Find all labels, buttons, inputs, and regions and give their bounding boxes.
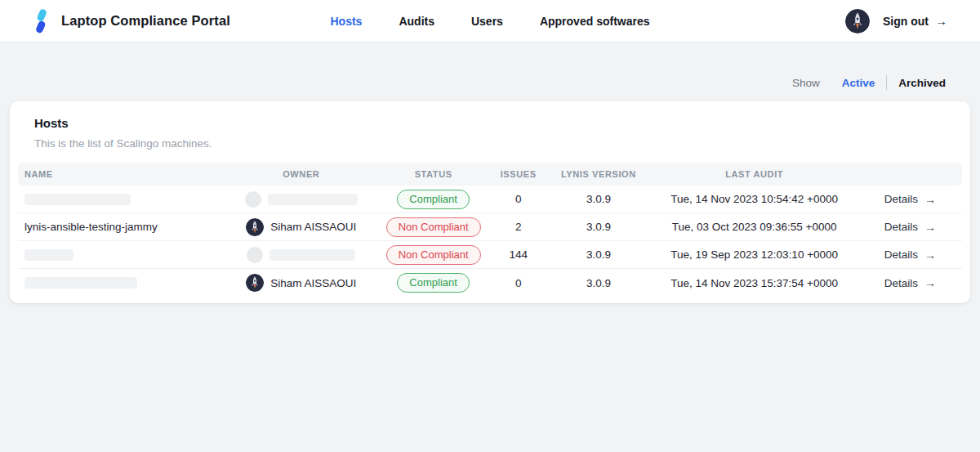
rocket-avatar-icon xyxy=(246,274,264,292)
header-owner: Owner xyxy=(225,169,376,179)
last-audit-cell: Tue, 14 Nov 2023 10:54:42 +0000 xyxy=(651,193,858,205)
issues-cell: 144 xyxy=(490,248,546,261)
nav-item-approved-softwares[interactable]: Approved softwares xyxy=(540,15,650,28)
top-navbar: Laptop Compliance Portal Hosts Audits Us… xyxy=(0,0,980,43)
host-name: lynis-ansible-testing-jammy xyxy=(24,221,158,233)
table-row: Siham AISSAOUI Compliant 0 3.0.9 Tue, 14… xyxy=(18,269,962,297)
last-audit-cell: Tue, 03 Oct 2023 09:36:55 +0000 xyxy=(651,221,858,233)
status-cell: Non Compliant xyxy=(376,245,490,265)
redacted-avatar-placeholder xyxy=(245,191,261,208)
table-row: Non Compliant 144 3.0.9 Tue, 19 Sep 2023… xyxy=(18,241,962,269)
page-subtitle: This is the list of Scalingo machines. xyxy=(34,137,946,150)
details-link[interactable]: Details → xyxy=(884,221,936,234)
table-header-row: Name Owner Status Issues Lynis version L… xyxy=(18,163,962,186)
details-link[interactable]: Details → xyxy=(884,276,936,289)
sign-out-button[interactable]: Sign out → xyxy=(883,14,947,28)
redacted-name-placeholder xyxy=(24,194,131,205)
nav-item-users[interactable]: Users xyxy=(471,15,503,28)
main-nav: Hosts Audits Users Approved softwares xyxy=(331,15,650,28)
filter-option-active[interactable]: Active xyxy=(842,77,875,89)
redacted-owner-placeholder xyxy=(268,194,358,205)
status-cell: Compliant xyxy=(376,190,490,209)
status-badge: Compliant xyxy=(397,190,470,209)
hosts-card-header: Hosts This is the list of Scalingo machi… xyxy=(10,116,970,163)
header-name: Name xyxy=(18,169,225,179)
app-title: Laptop Compliance Portal xyxy=(61,13,230,29)
lynis-version-cell: 3.0.9 xyxy=(546,277,650,289)
details-label: Details xyxy=(884,193,918,205)
details-cell: Details → xyxy=(858,276,962,289)
details-cell: Details → xyxy=(858,221,962,234)
issues-cell: 0 xyxy=(490,193,546,205)
sign-out-label: Sign out xyxy=(883,15,929,28)
header-status: Status xyxy=(376,169,490,179)
filter-option-archived[interactable]: Archived xyxy=(898,77,946,89)
issues-cell: 2 xyxy=(490,221,546,233)
owner-name: Siham AISSAOUI xyxy=(270,277,356,289)
details-cell: Details → xyxy=(858,193,962,206)
host-name-cell xyxy=(18,249,225,261)
details-label: Details xyxy=(884,277,918,289)
status-cell: Compliant xyxy=(376,273,490,293)
status-cell: Non Compliant xyxy=(376,217,490,237)
status-badge: Compliant xyxy=(397,273,470,293)
lynis-version-cell: 3.0.9 xyxy=(546,248,650,261)
arrow-right-icon: → xyxy=(924,193,936,206)
details-label: Details xyxy=(884,221,918,233)
owner-avatar xyxy=(246,274,264,292)
owner-cell xyxy=(225,247,376,263)
user-avatar[interactable] xyxy=(845,9,870,34)
last-audit-cell: Tue, 19 Sep 2023 12:03:10 +0000 xyxy=(651,248,858,261)
last-audit-cell: Tue, 14 Nov 2023 15:37:54 +0000 xyxy=(651,277,858,289)
host-name-cell xyxy=(18,277,225,289)
show-filter: Show Active Archived xyxy=(0,74,980,91)
owner-cell: Siham AISSAOUI xyxy=(225,218,376,236)
app-logo-icon xyxy=(30,8,51,34)
show-label: Show xyxy=(792,77,820,89)
details-link[interactable]: Details → xyxy=(884,248,936,262)
arrow-right-icon: → xyxy=(924,276,936,289)
host-name-cell xyxy=(18,194,225,205)
owner-cell: Siham AISSAOUI xyxy=(225,274,376,292)
arrow-right-icon: → xyxy=(924,248,936,262)
status-badge: Non Compliant xyxy=(386,217,481,237)
host-name-cell: lynis-ansible-testing-jammy xyxy=(18,221,225,233)
header-lynis-version: Lynis version xyxy=(546,169,650,179)
rocket-avatar-icon xyxy=(845,9,870,34)
hosts-card: Hosts This is the list of Scalingo machi… xyxy=(10,101,970,303)
nav-item-audits[interactable]: Audits xyxy=(399,15,434,28)
table-body: Compliant 0 3.0.9 Tue, 14 Nov 2023 10:54… xyxy=(18,186,962,297)
owner-cell xyxy=(225,191,376,208)
lynis-version-cell: 3.0.9 xyxy=(546,193,650,205)
redacted-name-placeholder xyxy=(24,277,137,289)
rocket-avatar-icon xyxy=(246,218,264,236)
owner-avatar xyxy=(246,218,264,236)
nav-item-hosts[interactable]: Hosts xyxy=(331,15,363,28)
details-cell: Details → xyxy=(858,248,962,262)
issues-cell: 0 xyxy=(490,277,546,289)
owner-name: Siham AISSAOUI xyxy=(270,221,356,233)
page-title: Hosts xyxy=(34,116,946,130)
table-row: lynis-ansible-testing-jammy Siham AISSAO… xyxy=(18,213,962,241)
hosts-table: Name Owner Status Issues Lynis version L… xyxy=(18,163,962,297)
redacted-name-placeholder xyxy=(24,249,74,261)
arrow-right-icon: → xyxy=(935,14,947,28)
status-badge: Non Compliant xyxy=(386,245,481,265)
redacted-avatar-placeholder xyxy=(247,247,263,263)
details-label: Details xyxy=(884,248,918,261)
lynis-version-cell: 3.0.9 xyxy=(546,221,650,233)
account-area: Sign out → xyxy=(845,9,947,34)
redacted-owner-placeholder xyxy=(270,249,355,261)
table-row: Compliant 0 3.0.9 Tue, 14 Nov 2023 10:54… xyxy=(18,186,962,213)
details-link[interactable]: Details → xyxy=(884,193,936,206)
filter-divider xyxy=(886,75,887,90)
header-issues: Issues xyxy=(490,169,546,179)
arrow-right-icon: → xyxy=(924,221,936,234)
brand: Laptop Compliance Portal xyxy=(30,8,230,34)
header-last-audit: Last audit xyxy=(651,169,858,179)
